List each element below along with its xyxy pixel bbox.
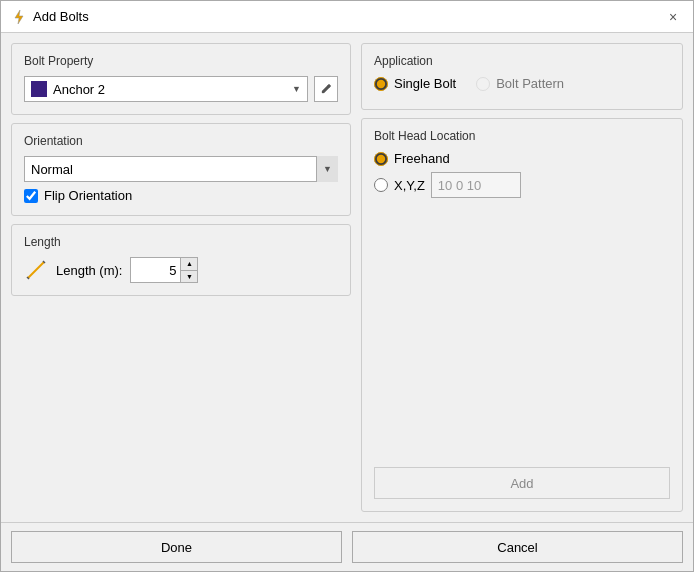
spinner-up-button[interactable]: ▲ [181,258,197,270]
bolt-head-location-label: Bolt Head Location [374,129,670,143]
bolt-pattern-row: Bolt Pattern [476,76,564,91]
application-options: Single Bolt Bolt Pattern [374,76,670,97]
orientation-label: Orientation [24,134,338,148]
bolt-property-group: Bolt Property Anchor 2 ▼ [11,43,351,115]
add-button[interactable]: Add [374,467,670,499]
dialog-body: Bolt Property Anchor 2 ▼ [1,33,693,522]
ruler-icon [24,258,48,282]
bolt-property-select-wrapper: Anchor 2 ▼ [24,76,308,102]
title-bar-left: Add Bolts [11,9,89,25]
length-label: Length (m): [56,263,122,278]
done-button[interactable]: Done [11,531,342,563]
flip-orientation-row: Flip Orientation [24,188,338,203]
bolt-property-row: Anchor 2 ▼ [24,76,338,102]
orientation-select-wrapper: Normal ▼ [24,156,338,182]
application-group: Application Single Bolt Bolt Pattern [361,43,683,110]
bolt-pattern-radio[interactable] [476,77,490,91]
xyz-input[interactable]: 10 0 10 [431,172,521,198]
bolt-color-swatch [31,81,47,97]
length-input[interactable]: 5 [130,257,180,283]
freehand-label: Freehand [394,151,450,166]
freehand-row: Freehand [374,151,670,166]
right-panel: Application Single Bolt Bolt Pattern Bol… [361,43,683,512]
cancel-button[interactable]: Cancel [352,531,683,563]
single-bolt-label: Single Bolt [394,76,456,91]
close-button[interactable]: × [663,7,683,27]
bolt-property-value: Anchor 2 [53,82,288,97]
application-group-label: Application [374,54,670,68]
length-group: Length Length (m): 5 ▲ ▼ [11,224,351,296]
spacer [374,204,670,467]
single-bolt-radio[interactable] [374,77,388,91]
title-bar: Add Bolts × [1,1,693,33]
pencil-icon [319,82,333,96]
bolt-property-arrow: ▼ [292,84,301,94]
length-spinner: 5 ▲ ▼ [130,257,198,283]
xyz-radio[interactable] [374,178,388,192]
flip-orientation-checkbox[interactable] [24,189,38,203]
left-panel: Bolt Property Anchor 2 ▼ [11,43,351,512]
bolt-icon [11,9,27,25]
orientation-select[interactable]: Normal [24,156,338,182]
length-row: Length (m): 5 ▲ ▼ [24,257,338,283]
flip-orientation-label: Flip Orientation [44,188,132,203]
single-bolt-row: Single Bolt [374,76,456,91]
bolt-pattern-label: Bolt Pattern [496,76,564,91]
bolt-head-location-group: Bolt Head Location Freehand X,Y,Z 10 0 1… [361,118,683,512]
bottom-bar: Done Cancel [1,522,693,571]
xyz-row: X,Y,Z 10 0 10 [374,172,670,198]
bolt-property-select[interactable]: Anchor 2 ▼ [24,76,308,102]
svg-line-2 [28,262,44,278]
add-bolts-dialog: Add Bolts × Bolt Property Anchor 2 ▼ [0,0,694,572]
svg-marker-0 [15,10,23,24]
xyz-label: X,Y,Z [394,178,425,193]
dialog-title: Add Bolts [33,9,89,24]
spinner-buttons: ▲ ▼ [180,257,198,283]
freehand-radio[interactable] [374,152,388,166]
orientation-group: Orientation Normal ▼ Flip Orientation [11,123,351,216]
bolt-property-edit-button[interactable] [314,76,338,102]
spinner-down-button[interactable]: ▼ [181,270,197,282]
length-group-label: Length [24,235,338,249]
bolt-property-label: Bolt Property [24,54,338,68]
